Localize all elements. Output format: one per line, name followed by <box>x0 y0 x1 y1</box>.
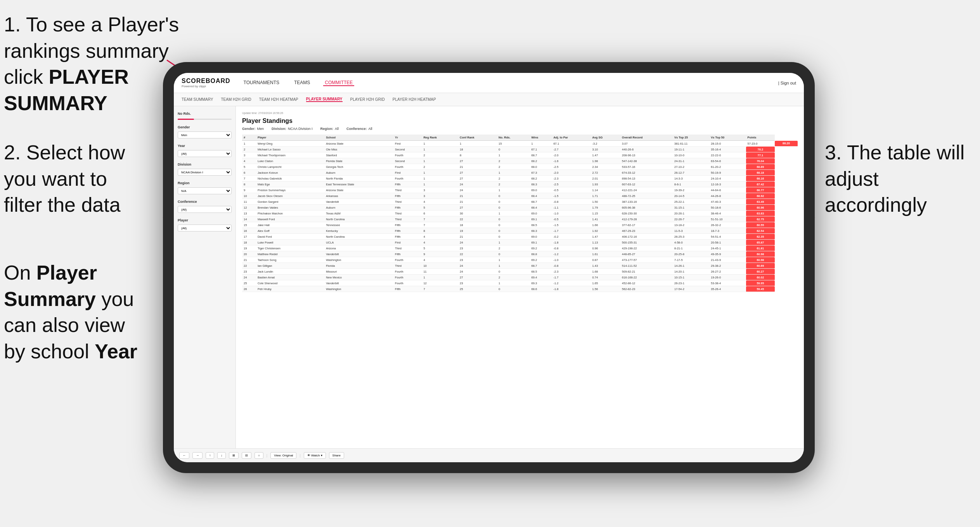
gender-select[interactable]: Men <box>178 131 232 138</box>
table-cell: 60.98 <box>746 257 775 263</box>
nav-link-teams[interactable]: TEAMS <box>293 80 312 86</box>
table-cell: Fourth <box>393 152 422 158</box>
conference-select[interactable]: (All) <box>178 206 232 213</box>
table-cell: 24 <box>242 275 256 280</box>
filter-region-value: All <box>335 127 339 131</box>
table-cell: 18 <box>458 147 497 152</box>
table-cell: 68.7 <box>530 199 552 205</box>
year-label: Year <box>178 144 232 148</box>
table-cell: 60.69 <box>746 263 775 269</box>
region-select[interactable]: N/A <box>178 187 232 194</box>
nav-link-tournaments[interactable]: TOURNAMENTS <box>242 80 281 86</box>
table-cell: 19-11-1 <box>673 147 709 152</box>
table-cell: Fifth <box>393 205 422 211</box>
filter-region-label: Region: <box>320 127 334 131</box>
sidebar-year: Year (All) <box>178 144 232 157</box>
table-cell: Washington <box>324 286 393 292</box>
table-cell: 67.1 <box>530 147 552 152</box>
table-cell: 68.3 <box>530 181 552 187</box>
division-select[interactable]: NCAA Division I <box>178 169 232 176</box>
table-cell: -0.5 <box>552 187 590 193</box>
table-cell: Arizona <box>324 245 393 251</box>
sidebar-division: Division NCAA Division I <box>178 162 232 176</box>
table-cell: 16 <box>242 228 256 234</box>
table-cell: Arkansas <box>324 193 393 199</box>
nav-link-committee[interactable]: COMMITTEE <box>323 80 354 86</box>
table-cell: 59.95 <box>746 280 775 286</box>
table-cell: 13 <box>242 211 256 216</box>
table-row: 15Jake HallTennesseeFifth718068.5-1.51.6… <box>242 222 798 228</box>
toolbar-share[interactable]: Share <box>329 452 344 459</box>
table-cell: 26-23-1 <box>673 280 709 286</box>
toolbar-grid-add[interactable]: ⊞ <box>229 452 239 459</box>
table-cell: 547-142-38 <box>620 158 673 164</box>
table-cell: 4 <box>422 199 458 205</box>
toolbar-redo[interactable]: → <box>192 452 203 459</box>
table-cell: 1 <box>242 141 256 147</box>
table-cell: 1.50 <box>591 199 621 205</box>
sub-nav-team-summary[interactable]: TEAM SUMMARY <box>182 97 213 102</box>
table-cell: 1 <box>422 158 458 164</box>
col-adj-to-par: Adj. to Par <box>552 135 590 141</box>
table-cell: Petr Hruby <box>256 286 324 292</box>
toolbar-refresh[interactable]: ○ <box>255 452 263 459</box>
table-row: 13Phichaksn MaichonTexas A&MThird630169.… <box>242 211 798 216</box>
bottom-toolbar: ← → ↑ ↓ ⊞ ⊟ ○ | View: Original | 👁 Watch… <box>174 448 804 462</box>
table-cell: Fourth <box>393 164 422 170</box>
table-cell: Ole Miss <box>324 147 393 152</box>
sub-nav-player-h2h-grid[interactable]: PLAYER H2H GRID <box>350 97 385 102</box>
table-cell: 68.5 <box>530 222 552 228</box>
filter-conference: Conference: All <box>346 127 372 131</box>
table-cell: UCLA <box>324 240 393 245</box>
table-cell: 488-72-25 <box>620 193 673 199</box>
table-cell: North Carolina <box>324 216 393 222</box>
table-row: 18Luke PowellUCLAFirst424169.1-1.81.1350… <box>242 240 798 245</box>
table-cell: 2 <box>242 147 256 152</box>
sign-out-link[interactable]: | Sign out <box>778 81 796 85</box>
table-cell: 69.4 <box>530 275 552 280</box>
year-select[interactable]: (All) <box>178 150 232 157</box>
toolbar-grid-remove[interactable]: ⊟ <box>242 452 251 459</box>
table-cell: 13-18-2 <box>673 222 709 228</box>
table-cell: 69.0 <box>530 234 552 240</box>
table-cell: 27-10-2 <box>673 164 709 170</box>
region-label: Region <box>178 181 232 185</box>
sub-nav-team-h2h-grid[interactable]: TEAM H2H GRID <box>221 97 251 102</box>
table-row: 24Bastien AmatNew MexicoFourth127269.4-1… <box>242 275 798 280</box>
table-cell: 68.18 <box>746 170 775 176</box>
table-cell: 1 <box>422 170 458 176</box>
slider-track[interactable] <box>178 119 232 120</box>
table-cell: First <box>393 170 422 176</box>
toolbar-up[interactable]: ↑ <box>206 452 214 459</box>
sub-nav-player-h2h-heatmap[interactable]: PLAYER H2H HEATMAP <box>393 97 436 102</box>
table-cell: 7 <box>422 222 458 228</box>
sub-nav-player-summary[interactable]: PLAYER SUMMARY <box>306 97 343 102</box>
toolbar-undo[interactable]: ← <box>179 452 189 459</box>
table-cell: 2 <box>497 158 530 164</box>
table-cell: 11-5-3 <box>673 228 709 234</box>
table-cell: 1.43 <box>591 263 621 269</box>
toolbar-view-original[interactable]: View: Original <box>270 452 296 459</box>
col-wins: Wins <box>530 135 552 141</box>
table-cell: 898-54-13 <box>620 176 673 181</box>
table-cell: 22 <box>458 251 497 257</box>
player-select[interactable]: (All) <box>178 225 232 232</box>
table-cell: Kentucky <box>324 228 393 234</box>
sidebar-no-rds: No Rds. <box>178 112 232 120</box>
table-cell: 377-82-17 <box>620 222 673 228</box>
table-cell: 6 <box>422 211 458 216</box>
table-cell: 68.3 <box>530 228 552 234</box>
logo-text: SCOREBOARD <box>182 78 230 85</box>
table-cell: 10-10-0 <box>673 152 709 158</box>
table-cell: 20-26-1 <box>673 211 709 216</box>
table-cell: 1.66 <box>591 222 621 228</box>
toolbar-down[interactable]: ↓ <box>217 452 226 459</box>
table-cell: 61-20-2 <box>709 164 746 170</box>
sub-nav-team-h2h-heatmap[interactable]: TEAM H2H HEATMAP <box>259 97 298 102</box>
toolbar-watch[interactable]: 👁 Watch ▾ <box>304 452 326 459</box>
table-body: 1Wenyi DingArizona StateFirst1115167.1-3… <box>242 141 798 292</box>
table-cell: Third <box>393 187 422 193</box>
table-cell: -1.2 <box>552 251 590 257</box>
table-cell: -2.0 <box>552 152 590 158</box>
filter-division-label: Division: <box>272 127 286 131</box>
